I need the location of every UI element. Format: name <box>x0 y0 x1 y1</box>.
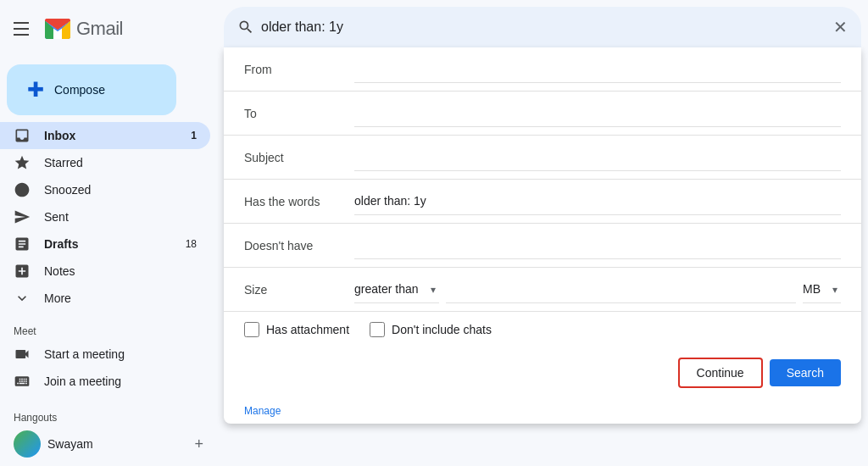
join-meeting-label: Join a meeting <box>44 374 197 388</box>
hangouts-section: Hangouts Swayam + <box>0 402 217 461</box>
hangouts-user-name: Swayam <box>47 437 187 451</box>
advanced-search-panel: From To Subject Has the words Doesn't ha… <box>224 47 861 424</box>
hangouts-user-row: Swayam + <box>0 427 217 461</box>
has-attachment-checkbox[interactable] <box>244 322 259 337</box>
inbox-count: 1 <box>191 130 197 141</box>
dont-include-chats-checkbox[interactable] <box>370 322 385 337</box>
has-attachment-label: Has attachment <box>266 323 349 336</box>
size-row: Size greater than less than MB KB GB <box>224 268 861 312</box>
sent-label: Sent <box>44 210 197 224</box>
video-icon <box>14 346 31 363</box>
gmail-title: Gmail <box>76 18 123 40</box>
search-input[interactable] <box>261 19 826 35</box>
subject-input[interactable] <box>354 143 841 171</box>
doesnt-have-label: Doesn't have <box>244 239 354 252</box>
subject-label: Subject <box>244 151 354 164</box>
gmail-logo-icon <box>42 14 73 44</box>
sidebar: Gmail ✚ Compose Inbox 1 Starred Snoozed … <box>0 0 217 466</box>
has-words-row: Has the words <box>224 180 861 224</box>
sidebar-item-more[interactable]: More <box>0 285 210 312</box>
hangouts-section-title: Hangouts <box>0 402 217 427</box>
size-comparator-wrapper: greater than less than <box>354 275 439 303</box>
size-unit-select[interactable]: MB KB GB <box>803 275 841 303</box>
from-label: From <box>244 63 354 76</box>
add-hangout-button[interactable]: + <box>194 435 203 453</box>
from-row: From <box>224 47 861 92</box>
meet-section-title: Meet <box>0 315 217 341</box>
sidebar-item-notes[interactable]: Notes <box>0 258 210 285</box>
search-icon <box>237 19 254 36</box>
dont-include-chats-label: Don't include chats <box>392 323 492 336</box>
search-bar-wrapper: ✕ <box>217 0 868 47</box>
sidebar-item-snoozed[interactable]: Snoozed <box>0 176 210 203</box>
continue-button[interactable]: Continue <box>678 358 763 388</box>
to-label: To <box>244 107 354 120</box>
doesnt-have-input[interactable] <box>354 231 841 259</box>
to-input[interactable] <box>354 99 841 127</box>
compose-label: Compose <box>54 83 105 97</box>
dont-include-chats-group[interactable]: Don't include chats <box>370 322 492 337</box>
subject-row: Subject <box>224 136 861 180</box>
from-input[interactable] <box>354 55 841 83</box>
more-label: More <box>44 291 197 305</box>
drafts-count: 18 <box>186 238 197 250</box>
main-area: ✕ From To Subject Has the words Doesn't … <box>217 0 868 466</box>
star-icon <box>14 154 31 171</box>
compose-plus-icon: ✚ <box>27 78 44 102</box>
hamburger-icon[interactable] <box>14 19 34 39</box>
snoozed-icon <box>14 181 31 198</box>
inbox-icon <box>14 127 31 144</box>
sidebar-item-start-meeting[interactable]: Start a meeting <box>0 341 210 368</box>
actions-row: Continue Search <box>224 347 861 398</box>
sidebar-item-join-meeting[interactable]: Join a meeting <box>0 368 210 395</box>
doesnt-have-row: Doesn't have <box>224 224 861 268</box>
compose-button[interactable]: ✚ Compose <box>7 64 176 115</box>
size-unit-wrapper: MB KB GB <box>803 275 841 303</box>
drafts-label: Drafts <box>44 237 172 251</box>
sidebar-item-inbox[interactable]: Inbox 1 <box>0 122 210 149</box>
sidebar-item-sent[interactable]: Sent <box>0 203 210 230</box>
notes-icon <box>14 263 31 280</box>
size-controls: greater than less than MB KB GB <box>354 275 841 303</box>
search-button[interactable]: Search <box>770 359 841 386</box>
has-words-input[interactable] <box>354 187 841 215</box>
to-row: To <box>224 92 861 136</box>
manage-link[interactable]: Manage <box>224 398 861 424</box>
search-close-icon[interactable]: ✕ <box>833 17 848 37</box>
start-meeting-label: Start a meeting <box>44 347 197 361</box>
sidebar-item-drafts[interactable]: Drafts 18 <box>0 230 210 258</box>
size-comparator-select[interactable]: greater than less than <box>354 275 439 303</box>
drafts-icon <box>14 236 31 252</box>
sent-icon <box>14 208 31 225</box>
avatar <box>14 430 41 458</box>
starred-label: Starred <box>44 156 197 169</box>
size-label: Size <box>244 283 354 297</box>
inbox-label: Inbox <box>44 129 177 142</box>
search-bar: ✕ <box>224 7 861 47</box>
meet-section: Meet Start a meeting Join a meeting <box>0 315 217 395</box>
notes-label: Notes <box>44 264 197 278</box>
sidebar-header: Gmail <box>0 7 217 58</box>
snoozed-label: Snoozed <box>44 183 197 197</box>
has-attachment-group[interactable]: Has attachment <box>244 322 349 337</box>
gmail-logo: Gmail <box>42 14 123 44</box>
sidebar-item-starred[interactable]: Starred <box>0 149 210 176</box>
more-icon <box>14 290 31 307</box>
has-words-label: Has the words <box>244 195 354 208</box>
keyboard-icon <box>14 373 31 390</box>
size-value-input[interactable] <box>446 275 796 303</box>
checkboxes-row: Has attachment Don't include chats <box>224 312 861 347</box>
